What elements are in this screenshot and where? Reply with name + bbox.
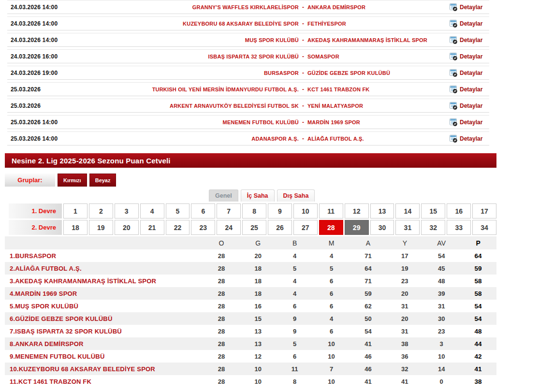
points-value: 54: [460, 312, 496, 325]
round-cell-24[interactable]: 24: [217, 220, 241, 235]
team-name-link[interactable]: 7.ISBAŞ ISPARTA 32 SPOR KULÜBÜ: [5, 325, 203, 337]
team-name-link[interactable]: 10.KUZEYBORU 68 AKSARAY BELEDİYE SPOR: [5, 363, 203, 375]
round-cell-16[interactable]: 16: [447, 203, 471, 218]
round-cell-4[interactable]: 4: [140, 203, 164, 218]
round-cell-34[interactable]: 34: [472, 220, 496, 235]
match-details-icon: [450, 20, 457, 28]
stat-value: 12: [240, 350, 277, 363]
team-name-link[interactable]: 2.ALİAĞA FUTBOL A.Ş.: [5, 262, 203, 275]
round-cell-11[interactable]: 11: [319, 203, 343, 218]
round-cell-26[interactable]: 26: [268, 220, 292, 235]
details-button[interactable]: Detaylar: [450, 135, 489, 143]
standings-row: 2.ALİAĞA FUTBOL A.Ş.28185564194559: [5, 262, 496, 275]
round-cell-15[interactable]: 15: [421, 203, 445, 218]
details-button[interactable]: Detaylar: [450, 102, 489, 110]
column-header-p: P: [460, 236, 496, 249]
team-name-link[interactable]: 6.GÜZİDE GEBZE SPOR KULÜBÜ: [5, 312, 203, 325]
round-cell-18[interactable]: 18: [63, 220, 87, 235]
away-team-link[interactable]: ANKARA DEMİRSPOR: [306, 4, 450, 10]
team-name-link[interactable]: 9.MENEMEN FUTBOL KULÜBÜ: [5, 350, 203, 363]
details-button[interactable]: Detaylar: [450, 118, 489, 126]
details-button[interactable]: Detaylar: [450, 36, 489, 44]
home-team-link[interactable]: TURKISH OIL YENİ MERSİN İDMANYURDU FUTBO…: [102, 87, 300, 92]
round-cell-28[interactable]: 28: [319, 220, 343, 235]
round-cell-13[interactable]: 13: [370, 203, 394, 218]
home-team-link[interactable]: MUŞ SPOR KULÜBÜ: [102, 37, 300, 43]
details-button-label: Detaylar: [460, 102, 482, 109]
round-cell-22[interactable]: 22: [166, 220, 190, 235]
details-button[interactable]: Detaylar: [450, 3, 489, 11]
home-team-link[interactable]: BURSASPOR: [102, 70, 300, 76]
round-cell-6[interactable]: 6: [191, 203, 215, 218]
round-cell-31[interactable]: 31: [395, 220, 420, 235]
match-details-icon: [450, 3, 457, 11]
stat-value: 45: [423, 262, 460, 275]
away-team-link[interactable]: MARDİN 1969 SPOR: [306, 119, 450, 125]
away-team-link[interactable]: GÜZİDE GEBZE SPOR KULÜBÜ: [306, 70, 450, 76]
away-team-link[interactable]: FETHİYESPOR: [306, 21, 450, 27]
round-cell-25[interactable]: 25: [242, 220, 266, 235]
home-team-link[interactable]: KUZEYBORU 68 AKSARAY BELEDİYE SPOR: [102, 21, 300, 27]
round-cell-1[interactable]: 1: [63, 203, 87, 218]
stat-value: 28: [203, 363, 240, 375]
round-cell-33[interactable]: 33: [447, 220, 471, 235]
home-team-link[interactable]: MENEMEN FUTBOL KULÜBÜ: [102, 119, 300, 125]
match-details-icon: [450, 86, 457, 93]
round-cell-30[interactable]: 30: [370, 220, 394, 235]
tab-dis-saha[interactable]: Dış Saha: [277, 189, 315, 202]
home-team-link[interactable]: ARKENT ARNAVUTKÖY BELEDİYESİ FUTBOL SK: [102, 103, 300, 109]
stat-value: 10: [423, 350, 460, 363]
details-button[interactable]: Detaylar: [450, 86, 489, 93]
tab-ic-saha[interactable]: İç Saha: [241, 189, 275, 202]
round-cell-27[interactable]: 27: [293, 220, 318, 235]
round-cell-9[interactable]: 9: [268, 203, 292, 218]
stat-value: 28: [203, 249, 240, 262]
group-button-beyaz[interactable]: Beyaz: [89, 174, 117, 187]
away-team-link[interactable]: SOMASPOR: [306, 54, 450, 59]
stat-value: 7: [313, 363, 350, 375]
round-cell-5[interactable]: 5: [166, 203, 190, 218]
group-button-kirmizi[interactable]: Kırmızı: [58, 174, 87, 187]
tab-genel[interactable]: Genel: [209, 189, 238, 202]
fixture-datetime: 24.03.2026 19:00: [7, 70, 102, 76]
away-team-link[interactable]: YENİ MALATYASPOR: [306, 103, 450, 109]
team-name-link[interactable]: 8.ANKARA DEMİRSPOR: [5, 337, 203, 350]
team-name-link[interactable]: 1.BURSASPOR: [5, 249, 203, 262]
away-team-link[interactable]: ALİAĞA FUTBOL A.Ş.: [306, 136, 450, 142]
stat-value: 31: [423, 300, 460, 312]
round-cell-32[interactable]: 32: [421, 220, 445, 235]
home-team-link[interactable]: ADANASPOR A.Ş.: [102, 136, 300, 142]
round-cell-8[interactable]: 8: [242, 203, 266, 218]
round-cell-2[interactable]: 2: [89, 203, 113, 218]
team-name-link[interactable]: 4.MARDİN 1969 SPOR: [5, 287, 203, 300]
fixture-datetime: 25.03.2026: [7, 102, 102, 109]
details-button-label: Detaylar: [460, 53, 482, 60]
home-team-link[interactable]: GRANNY'S WAFFLES KIRKLARELİSPOR: [102, 4, 300, 10]
round-cell-7[interactable]: 7: [217, 203, 241, 218]
team-name-link[interactable]: 5.MUŞ SPOR KULÜBÜ: [5, 300, 203, 312]
stat-value: 4: [277, 287, 313, 300]
team-name-link[interactable]: 3.AKEDAŞ KAHRAMANMARAŞ İSTİKLAL SPOR: [5, 275, 203, 287]
round-cell-3[interactable]: 3: [115, 203, 139, 218]
details-button[interactable]: Detaylar: [450, 69, 489, 77]
round-cell-20[interactable]: 20: [115, 220, 139, 235]
stat-value: 4: [277, 249, 313, 262]
round-cell-19[interactable]: 19: [89, 220, 113, 235]
away-team-link[interactable]: AKEDAŞ KAHRAMANMARAŞ İSTİKLAL SPOR: [306, 37, 450, 43]
away-team-link[interactable]: KCT 1461 TRABZON FK: [306, 87, 450, 92]
match-details-icon: [450, 135, 457, 143]
round-cell-12[interactable]: 12: [345, 203, 369, 218]
home-team-link[interactable]: ISBAŞ ISPARTA 32 SPOR KULÜBÜ: [102, 54, 300, 59]
points-value: 48: [460, 325, 496, 337]
round-cell-29[interactable]: 29: [345, 220, 369, 235]
details-button[interactable]: Detaylar: [450, 20, 489, 28]
round-cell-21[interactable]: 21: [140, 220, 164, 235]
details-button[interactable]: Detaylar: [450, 53, 489, 60]
points-value: 42: [460, 350, 496, 363]
round-cell-14[interactable]: 14: [395, 203, 420, 218]
round-cell-10[interactable]: 10: [293, 203, 318, 218]
stat-value: 15: [240, 312, 277, 325]
team-name-link[interactable]: 11.KCT 1461 TRABZON FK: [5, 375, 203, 388]
round-cell-17[interactable]: 17: [472, 203, 496, 218]
round-cell-23[interactable]: 23: [191, 220, 215, 235]
